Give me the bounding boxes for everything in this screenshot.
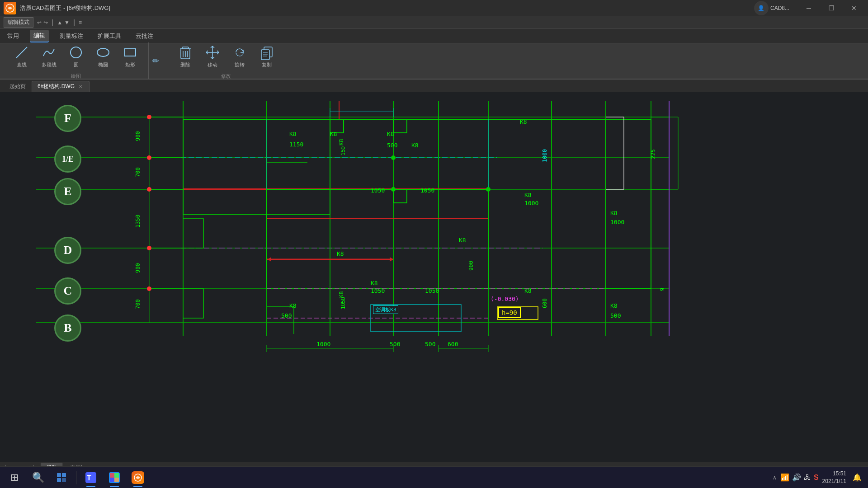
dim-1000-vert: 1000: [542, 149, 548, 162]
menu-cloud[interactable]: 云批注: [132, 30, 157, 42]
clock-time: 15:51: [822, 470, 846, 478]
svg-point-3: [97, 48, 109, 56]
titlebar-left: 浩辰CAD看图王 - [6#楼结构.DWG]: [4, 2, 110, 14]
axis-E: E: [54, 178, 81, 205]
k8-150-vert: K8: [338, 139, 344, 145]
close-button[interactable]: ✕: [844, 0, 864, 16]
copy-tool-button[interactable]: 复制: [256, 42, 278, 70]
wifi-icon[interactable]: 📶: [780, 473, 789, 482]
h90-box: h=90: [498, 307, 521, 318]
rect-tool-button[interactable]: 矩形: [119, 42, 141, 70]
taskview-button[interactable]: [51, 467, 72, 488]
svg-rect-119: [114, 478, 119, 482]
svg-rect-12: [261, 50, 269, 60]
nav-up-icon[interactable]: ▲: [57, 19, 62, 26]
notification-button[interactable]: 🔔: [850, 470, 864, 485]
user-avatar[interactable]: 👤: [754, 1, 769, 15]
sogou-tray-icon[interactable]: S: [814, 474, 819, 482]
dim-1050-2: 1050: [420, 187, 434, 194]
undo-icon[interactable]: ↩: [37, 19, 42, 26]
tab-start-label: 起始页: [9, 83, 26, 90]
k8-1150: 1150: [289, 141, 303, 148]
svg-point-78: [147, 246, 151, 250]
line-tool-label: 直线: [17, 61, 27, 68]
line-tool-button[interactable]: 直线: [11, 42, 33, 70]
search-button[interactable]: 🔍: [27, 467, 49, 488]
k8-top-1: K8: [289, 131, 297, 137]
taskbar-teams[interactable]: T: [80, 467, 102, 488]
ellipse-tool-label: 椭圆: [98, 61, 108, 68]
svg-line-1: [16, 47, 27, 58]
svg-rect-118: [110, 478, 114, 482]
polyline-tool-button[interactable]: 多段线: [38, 42, 60, 70]
k8-top-far-right: K8: [520, 118, 527, 125]
cad-svg: [0, 92, 868, 462]
svg-rect-117: [114, 473, 119, 478]
tab-dwg[interactable]: 6#楼结构.DWG ✕: [32, 81, 90, 92]
axis-F: F: [54, 105, 81, 132]
dim-vert-far-right: 9: [659, 288, 665, 291]
network-icon[interactable]: 🖧: [804, 474, 811, 482]
taskbar: ⊞ 🔍 T: [0, 466, 868, 488]
dim-1000-2: 1000: [610, 219, 624, 225]
menu-measure[interactable]: 测量标注: [56, 30, 87, 42]
svg-point-81: [486, 187, 491, 192]
dim-1050-1: 1050: [371, 187, 385, 194]
svg-text:✏: ✏: [152, 56, 159, 66]
rotate-tool-button[interactable]: 旋转: [229, 42, 250, 70]
draw-group-label: 绘图: [71, 73, 81, 80]
k8-2: K8: [387, 131, 394, 137]
menu-icon[interactable]: ≡: [79, 19, 82, 26]
k8-900-right: K8: [459, 237, 466, 244]
svg-point-77: [147, 187, 151, 192]
dim-700-2: 700: [135, 299, 141, 309]
start-button[interactable]: ⊞: [4, 467, 25, 488]
axis-B: B: [54, 314, 81, 342]
dim-600-bot: 600: [448, 341, 458, 347]
svg-point-83: [391, 155, 396, 160]
svg-rect-47: [267, 189, 488, 289]
taskbar-cad[interactable]: [127, 467, 149, 488]
copy-tool-label: 复制: [262, 61, 272, 68]
circle-tool-button[interactable]: 圆: [65, 42, 87, 70]
dim-150: 150: [340, 146, 346, 155]
toolbar: 直线 多段线 圆: [0, 43, 868, 80]
tray-expand[interactable]: ∧: [773, 474, 777, 481]
k8-bot-right-label: K8: [524, 287, 532, 294]
drawing-area[interactable]: F 1/E E D C B 900 700 1350 900 700 K8 11…: [0, 92, 868, 462]
dim-1000-bot: 1000: [316, 341, 330, 347]
menu-normal[interactable]: 常用: [4, 30, 23, 42]
k8-bottom-1: K8: [371, 280, 378, 286]
move-tool-button[interactable]: 移动: [202, 42, 223, 70]
ellipse-tool-button[interactable]: 椭圆: [92, 42, 114, 70]
dim-900-1: 900: [135, 131, 141, 141]
dim-900-2: 900: [135, 263, 141, 273]
titlebar: 浩辰CAD看图王 - [6#楼结构.DWG] 👤 CAD8... ─ ❐ ✕: [0, 0, 868, 16]
restore-button[interactable]: ❐: [821, 0, 842, 16]
app-version: CAD8...: [770, 5, 789, 11]
minimize-button[interactable]: ─: [798, 0, 819, 16]
tab-close-icon[interactable]: ✕: [77, 84, 84, 90]
dim-1050-vert: 1050: [340, 297, 346, 309]
k8-right-1: K8: [524, 192, 532, 198]
pencil-tool-button[interactable]: ✏: [147, 51, 169, 71]
taskbar-store[interactable]: [104, 467, 125, 488]
svg-rect-45: [183, 119, 330, 214]
menu-edit[interactable]: 编辑: [30, 30, 49, 42]
tab-start[interactable]: 起始页: [4, 81, 32, 92]
svg-rect-4: [125, 49, 136, 56]
svg-point-80: [147, 115, 151, 119]
volume-icon[interactable]: 🔊: [792, 473, 801, 482]
dim-1050-4: 1050: [425, 287, 439, 294]
system-clock[interactable]: 15:51 2021/1/11: [822, 470, 846, 485]
polyline-tool-label: 多段线: [42, 61, 57, 68]
rect-tool-label: 矩形: [125, 61, 135, 68]
nav-down-icon[interactable]: ▼: [64, 19, 70, 26]
axis-C: C: [54, 277, 81, 305]
dim-500-bot: 500: [281, 312, 292, 319]
redo-icon[interactable]: ↪: [43, 19, 48, 26]
menu-extend[interactable]: 扩展工具: [94, 30, 125, 42]
k8-3: K8: [411, 142, 419, 149]
k8-center: K8: [337, 250, 344, 257]
delete-tool-button[interactable]: 删除: [175, 42, 196, 70]
